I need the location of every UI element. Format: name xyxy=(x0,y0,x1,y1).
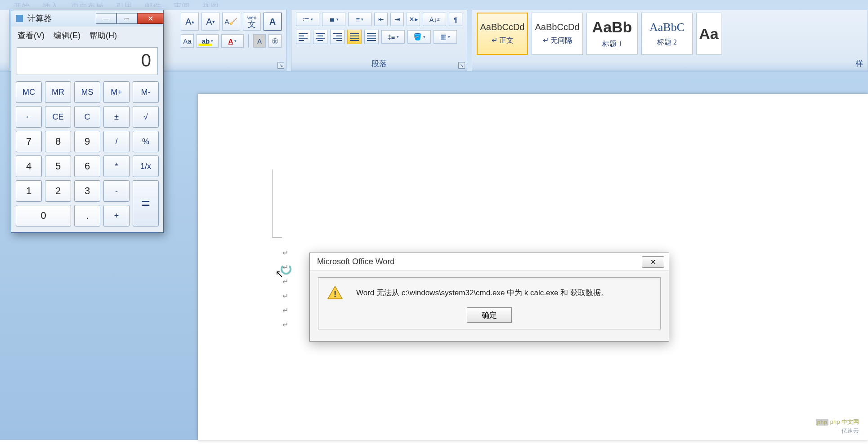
calc-0[interactable]: 0 xyxy=(16,205,71,226)
calc-mplus[interactable]: M+ xyxy=(103,81,130,103)
cursor-icon: ↖ xyxy=(275,268,283,280)
svg-text:!: ! xyxy=(334,289,337,299)
calc-back[interactable]: ← xyxy=(16,106,42,128)
line-spacing-button[interactable]: ‡≡▾ xyxy=(381,30,405,44)
calc-dot[interactable]: . xyxy=(74,205,100,226)
calc-3[interactable]: 3 xyxy=(74,180,100,202)
calc-titlebar[interactable]: 计算器 — ▭ ✕ xyxy=(11,10,163,27)
bullets-button[interactable]: ≔▾ xyxy=(296,13,319,26)
calc-pct[interactable]: % xyxy=(133,131,159,152)
styles-group: AaBbCcDd ↵ 正文 AaBbCcDd ↵ 无间隔 AaBb 标题 1 A… xyxy=(472,10,868,71)
multilevel-list-button[interactable]: ≡▾ xyxy=(348,13,371,26)
paragraph-group-launcher[interactable]: ↘ xyxy=(458,62,465,69)
maximize-button[interactable]: ▭ xyxy=(116,13,137,24)
font-color-button[interactable]: A▾ xyxy=(221,34,244,48)
sort-button[interactable]: A↓Z xyxy=(423,13,446,26)
change-case-button[interactable]: Aa xyxy=(181,34,194,48)
dialog-titlebar[interactable]: Microsoft Office Word ✕ xyxy=(310,253,669,271)
paragraph-group-label: 段落 xyxy=(291,58,467,69)
calc-6[interactable]: 6 xyxy=(74,155,100,177)
clear-formatting-button[interactable]: A🧹 xyxy=(222,13,240,31)
calc-8[interactable]: 8 xyxy=(45,131,71,152)
align-right-button[interactable] xyxy=(330,30,345,44)
style-no-spacing[interactable]: AaBbCcDd ↵ 无间隔 xyxy=(532,13,583,55)
styles-gallery[interactable]: AaBbCcDd ↵ 正文 AaBbCcDd ↵ 无间隔 AaBb 标题 1 A… xyxy=(477,13,863,55)
style-heading1[interactable]: AaBb 标题 1 xyxy=(586,13,638,55)
char-shading-button[interactable]: A xyxy=(253,34,266,48)
shading-button[interactable]: 🪣▾ xyxy=(407,30,431,44)
separator xyxy=(248,34,249,48)
calc-display: 0 xyxy=(17,47,158,75)
calc-recip[interactable]: 1/x xyxy=(133,155,159,177)
borders-button[interactable]: ▦▾ xyxy=(434,30,457,44)
close-button[interactable]: ✕ xyxy=(137,13,163,24)
calc-sqrt[interactable]: √ xyxy=(133,106,159,128)
tab-review[interactable]: 审阅 xyxy=(174,1,190,7)
align-left-button[interactable] xyxy=(296,30,310,44)
align-justify-button[interactable] xyxy=(347,30,362,44)
calc-7[interactable]: 7 xyxy=(16,131,42,152)
ribbon-tabs: 开始 插入 页面布局 引用 邮件 审阅 视图 xyxy=(0,0,868,7)
minimize-button[interactable]: — xyxy=(96,13,116,24)
calc-2[interactable]: 2 xyxy=(45,180,71,202)
calc-eq[interactable]: = xyxy=(133,180,159,226)
calc-menu-edit[interactable]: 编辑(E) xyxy=(54,30,81,41)
dialog-title: Microsoft Office Word xyxy=(317,257,642,266)
calc-div[interactable]: / xyxy=(103,131,130,152)
align-distribute-button[interactable] xyxy=(364,30,379,44)
increase-indent-button[interactable]: ⇥ xyxy=(390,13,404,26)
style-heading2[interactable]: AaBbC 标题 2 xyxy=(641,13,693,55)
tab-view[interactable]: 视图 xyxy=(202,1,219,7)
calc-app-icon xyxy=(16,15,23,22)
tab-mailings[interactable]: 邮件 xyxy=(145,1,161,7)
warning-icon: ! xyxy=(327,286,343,299)
paragraph-marks: ↵↵↵↵↵↵ xyxy=(282,246,288,332)
calc-sub[interactable]: - xyxy=(103,180,130,202)
calc-mminus[interactable]: M- xyxy=(133,81,159,103)
ltr-button[interactable]: ✕▸ xyxy=(407,13,420,26)
char-border-button[interactable]: A xyxy=(264,13,282,31)
style-normal[interactable]: AaBbCcDd ↵ 正文 xyxy=(477,13,528,55)
calc-9[interactable]: 9 xyxy=(74,131,100,152)
decrease-indent-button[interactable]: ⇤ xyxy=(374,13,388,26)
calc-mc[interactable]: MC xyxy=(16,81,42,103)
calc-4[interactable]: 4 xyxy=(16,155,42,177)
tab-insert[interactable]: 插入 xyxy=(42,1,58,7)
word-error-dialog[interactable]: Microsoft Office Word ✕ ! Word 无法从 c:\wi… xyxy=(309,253,669,342)
clipboard-group-partial xyxy=(0,10,9,71)
paragraph-group: ≔▾ ≣▾ ≡▾ ⇤ ⇥ ✕▸ A↓Z ¶ ‡≡▾ 🪣▾ ▦▾ 段落 ↘ xyxy=(291,10,467,71)
calc-c[interactable]: C xyxy=(74,106,100,128)
calc-mul[interactable]: * xyxy=(103,155,130,177)
grow-font-button[interactable]: A▴ xyxy=(181,13,199,31)
enclose-chars-button[interactable]: ㊛ xyxy=(268,34,282,48)
align-center-button[interactable] xyxy=(313,30,327,44)
tab-references[interactable]: 引用 xyxy=(116,1,132,7)
shrink-font-button[interactable]: A▾ xyxy=(201,13,219,31)
font-group-launcher[interactable]: ↘ xyxy=(277,62,284,69)
calc-menu-view[interactable]: 查看(V) xyxy=(18,30,45,41)
calc-1[interactable]: 1 xyxy=(16,180,42,202)
tab-layout[interactable]: 页面布局 xyxy=(71,1,103,7)
calculator-window[interactable]: 计算器 — ▭ ✕ 查看(V) 编辑(E) 帮助(H) 0 MC MR MS M… xyxy=(11,10,164,233)
calc-ms[interactable]: MS xyxy=(74,81,100,103)
watermark-yisu: 亿速云 xyxy=(841,427,859,435)
dialog-close-button[interactable]: ✕ xyxy=(642,256,664,268)
dialog-ok-button[interactable]: 确定 xyxy=(467,307,512,323)
calc-5[interactable]: 5 xyxy=(45,155,71,177)
phonetic-guide-button[interactable]: wén文 xyxy=(243,13,261,31)
numbering-button[interactable]: ≣▾ xyxy=(322,13,345,26)
calc-ce[interactable]: CE xyxy=(45,106,71,128)
style-heading3-partial[interactable]: Aa xyxy=(696,13,721,55)
show-marks-button[interactable]: ¶ xyxy=(449,13,462,26)
styles-group-label: 样 xyxy=(472,58,868,69)
tab-home[interactable]: 开始 xyxy=(13,1,30,7)
calc-menubar: 查看(V) 编辑(E) 帮助(H) xyxy=(11,27,163,44)
dialog-message: Word 无法从 c:\windows\system32\cmd.exe 中为 … xyxy=(356,288,608,298)
margin-corner-mark xyxy=(272,169,282,238)
calc-title: 计算器 xyxy=(27,13,96,24)
highlight-button[interactable]: ab▾ xyxy=(197,34,219,48)
calc-neg[interactable]: ± xyxy=(103,106,130,128)
calc-mr[interactable]: MR xyxy=(45,81,71,103)
calc-add[interactable]: + xyxy=(103,205,130,226)
calc-menu-help[interactable]: 帮助(H) xyxy=(89,30,117,41)
